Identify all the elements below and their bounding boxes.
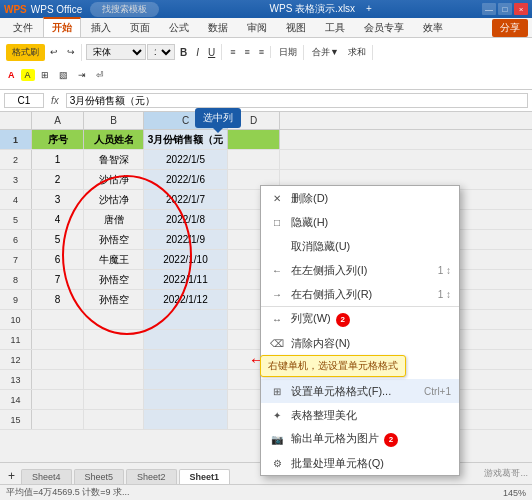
wrap-text-btn[interactable]: ⏎ [92,69,108,81]
tab-formula[interactable]: 公式 [160,18,198,37]
tab-efficiency[interactable]: 效率 [414,18,452,37]
date-btn[interactable]: 日期 [275,45,301,60]
tab-insert[interactable]: 插入 [82,18,120,37]
cell-b10[interactable] [84,310,144,329]
sum-btn[interactable]: 求和 [344,45,370,60]
cell-b3[interactable]: 沙怙净 [84,170,144,189]
underline-btn[interactable]: U [204,46,219,59]
minimize-btn[interactable]: — [482,3,496,15]
tab-home[interactable]: 开始 [43,17,81,37]
maximize-btn[interactable]: □ [498,3,512,15]
cell-c8[interactable]: 2022/1/11 [144,270,228,289]
sheet-tab-4[interactable]: Sheet4 [21,469,72,484]
increase-indent-btn[interactable]: ⇥ [74,69,90,81]
window-controls[interactable]: — □ × [482,3,528,15]
ctx-output-image[interactable]: 📷 输出单元格为图片 2 [261,427,459,451]
cell-b1[interactable]: 人员姓名 [84,130,144,149]
col-header-b[interactable]: B [84,112,144,129]
cell-c9[interactable]: 2022/1/12 [144,290,228,309]
cell-c7[interactable]: 2022/1/10 [144,250,228,269]
cell-c3[interactable]: 2022/1/6 [144,170,228,189]
cell-a5[interactable]: 4 [32,210,84,229]
cell-a4[interactable]: 3 [32,190,84,209]
share-button[interactable]: 分享 [492,19,528,37]
font-color-a-btn[interactable]: A [4,69,19,81]
ctx-delete[interactable]: ✕ 删除(D) [261,186,459,210]
cell-a14[interactable] [32,390,84,409]
cell-a9[interactable]: 8 [32,290,84,309]
tab-review[interactable]: 审阅 [238,18,276,37]
cell-d1[interactable] [228,130,280,149]
cell-c6[interactable]: 2022/1/9 [144,230,228,249]
cell-d2[interactable] [228,150,280,169]
ctx-table-beautify[interactable]: ✦ 表格整理美化 [261,403,459,427]
font-select[interactable]: 宋体 [86,44,146,60]
tab-page[interactable]: 页面 [121,18,159,37]
cell-a11[interactable] [32,330,84,349]
format-style-btn[interactable]: 格式刷 [6,44,45,61]
cell-c11[interactable] [144,330,228,349]
cell-a6[interactable]: 5 [32,230,84,249]
tab-view[interactable]: 视图 [277,18,315,37]
add-sheet-btn[interactable]: + [4,468,19,484]
ctx-batch-process[interactable]: ⚙ 批量处理单元格(Q) [261,451,459,475]
ctx-format-cells[interactable]: ⊞ 设置单元格格式(F)... Ctrl+1 [261,379,459,403]
ctx-insert-right[interactable]: → 在右侧插入列(R) 1 ↕ [261,282,459,306]
cell-b2[interactable]: 鲁智深 [84,150,144,169]
sheet-tab-5[interactable]: Sheet5 [74,469,125,484]
cell-b9[interactable]: 孙悟空 [84,290,144,309]
cell-c10[interactable] [144,310,228,329]
cell-b5[interactable]: 唐僧 [84,210,144,229]
ctx-insert-left[interactable]: ← 在左侧插入列(I) 1 ↕ [261,258,459,282]
redo-btn[interactable]: ↪ [63,46,79,58]
cell-b8[interactable]: 孙悟空 [84,270,144,289]
fill-color-btn[interactable]: ▧ [55,69,72,81]
close-btn[interactable]: × [514,3,528,15]
sheet-tab-2[interactable]: Sheet2 [126,469,177,484]
cell-c12[interactable] [144,350,228,369]
bold-btn[interactable]: B [176,46,191,59]
cell-a2[interactable]: 1 [32,150,84,169]
cell-a8[interactable]: 7 [32,270,84,289]
tab-file[interactable]: 文件 [4,18,42,37]
cell-b6[interactable]: 孙悟空 [84,230,144,249]
cell-a15[interactable] [32,410,84,429]
cell-a13[interactable] [32,370,84,389]
formula-input[interactable] [66,93,528,108]
cell-c14[interactable] [144,390,228,409]
tab-data[interactable]: 数据 [199,18,237,37]
cell-b15[interactable] [84,410,144,429]
cell-c13[interactable] [144,370,228,389]
ctx-unhide[interactable]: 取消隐藏(U) [261,234,459,258]
cell-b4[interactable]: 沙怙净 [84,190,144,209]
merge-btn[interactable]: 合并▼ [308,45,343,60]
font-size-select[interactable]: 12 [147,44,175,60]
align-center-btn[interactable]: ≡ [241,46,254,58]
cell-a12[interactable] [32,350,84,369]
cell-b12[interactable] [84,350,144,369]
tab-member[interactable]: 会员专享 [355,18,413,37]
cell-a7[interactable]: 6 [32,250,84,269]
cell-c15[interactable] [144,410,228,429]
cell-c4[interactable]: 2022/1/7 [144,190,228,209]
cell-c5[interactable]: 2022/1/8 [144,210,228,229]
cell-b13[interactable] [84,370,144,389]
ctx-col-width[interactable]: ↔ 列宽(W) 2 [261,306,459,331]
border-btn[interactable]: ⊞ [37,69,53,81]
cell-c2[interactable]: 2022/1/5 [144,150,228,169]
cell-ref-input[interactable] [4,93,44,108]
tab-tools[interactable]: 工具 [316,18,354,37]
cell-b7[interactable]: 牛魔王 [84,250,144,269]
cell-b11[interactable] [84,330,144,349]
ctx-hide[interactable]: □ 隐藏(H) [261,210,459,234]
align-right-btn[interactable]: ≡ [255,46,268,58]
col-header-a[interactable]: A [32,112,84,129]
ctx-clear[interactable]: ⌫ 清除内容(N) [261,331,459,355]
cell-a10[interactable] [32,310,84,329]
cell-b14[interactable] [84,390,144,409]
italic-btn[interactable]: I [192,46,203,59]
cell-a1[interactable]: 序号 [32,130,84,149]
align-left-btn[interactable]: ≡ [226,46,239,58]
sheet-tab-1[interactable]: Sheet1 [179,469,231,484]
cell-a3[interactable]: 2 [32,170,84,189]
